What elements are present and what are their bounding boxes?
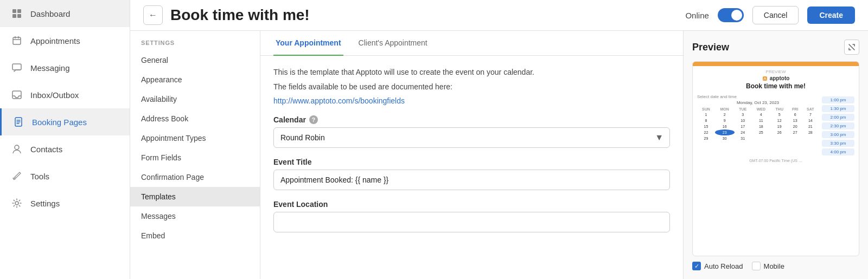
cal-day[interactable]: 6 [788,112,802,118]
online-toggle[interactable] [718,8,744,22]
sidebar-item-booking-pages[interactable]: Booking Pages [0,108,130,135]
calendar-group: Calendar ? Round Robin My Calendar Team … [273,115,670,148]
cal-day[interactable]: 29 [697,135,715,141]
sidebar-item-dashboard[interactable]: Dashboard [0,0,130,27]
event-location-label: Event Location [273,200,670,209]
svg-point-9 [15,202,18,205]
sidebar-item-settings[interactable]: Settings [0,190,130,217]
cal-day[interactable]: 5 [771,112,788,118]
cal-day[interactable]: 4 [751,112,771,118]
cal-day[interactable]: 15 [697,124,715,129]
cal-day[interactable]: 31 [735,135,751,141]
cal-day[interactable]: 26 [771,129,788,135]
create-button[interactable]: Create [807,7,855,24]
sidebar-item-tools[interactable]: Tools [0,163,130,190]
header-left: ← Book time with me! [143,5,310,25]
time-slot[interactable]: 2:30 pm [822,122,854,129]
event-location-input[interactable] [273,212,670,232]
info-text-line1: This is the template that Apptoto will u… [273,67,670,78]
day-header: FRI [788,107,802,112]
mobile-checkbox[interactable] [752,262,761,270]
auto-reload-checkbox[interactable]: ✓ [692,262,701,270]
preview-apptoto-brand: apptoto [697,75,854,81]
booking-fields-link[interactable]: http://www.apptoto.com/s/bookingfields [273,96,405,105]
tab-clients-appointment[interactable]: Client's Appointment [356,31,430,56]
time-slot[interactable]: 1:00 pm [822,96,854,103]
cal-day[interactable]: 8 [697,118,715,124]
cal-day[interactable]: 22 [697,129,715,135]
cal-day-selected[interactable]: 23 [715,129,735,135]
auto-reload-wrapper: ✓ Auto Reload [692,262,743,270]
sidebar-item-label: Messaging [30,63,70,73]
cal-day[interactable]: 1 [697,112,715,118]
settings-item-confirmation-page[interactable]: Confirmation Page [130,167,260,187]
time-slot[interactable]: 1:30 pm [822,105,854,112]
preview-inner: PREVIEW apptoto Book time with me! Selec… [693,62,859,256]
cal-day[interactable]: 16 [715,124,735,129]
preview-expand-button[interactable] [844,40,859,55]
time-slot[interactable]: 3:30 pm [822,140,854,147]
preview-times-section: 1:00 pm 1:30 pm 2:00 pm 2:30 pm 3:00 pm … [822,94,854,155]
sidebar-item-label: Settings [30,199,60,208]
preview-frame: PREVIEW apptoto Book time with me! Selec… [692,61,859,256]
settings-item-availability[interactable]: Availability [130,89,260,109]
cal-day[interactable]: 24 [735,129,751,135]
time-slot[interactable]: 2:00 pm [822,114,854,121]
main-content: ← Book time with me! Online Cancel Creat… [130,0,868,279]
preview-orange-bar [693,62,859,66]
cal-day[interactable]: 18 [751,124,771,129]
settings-item-embed[interactable]: Embed [130,226,260,245]
sidebar-item-inbox[interactable]: Inbox/Outbox [0,81,130,108]
settings-item-form-fields[interactable]: Form Fields [130,148,260,167]
cal-day[interactable]: 20 [788,124,802,129]
cal-day[interactable]: 2 [715,112,735,118]
cal-day[interactable]: 19 [771,124,788,129]
event-title-input[interactable] [273,170,670,190]
cancel-button[interactable]: Cancel [752,6,799,24]
sidebar-item-messaging[interactable]: Messaging [0,54,130,81]
settings-item-address-book[interactable]: Address Book [130,109,260,128]
settings-section-label: SETTINGS [130,40,260,50]
time-slot[interactable]: 3:00 pm [822,131,854,138]
cal-day[interactable]: 7 [802,112,819,118]
preview-time-slots: 1:00 pm 1:30 pm 2:00 pm 2:30 pm 3:00 pm … [822,96,854,155]
preview-timezone-text: GMT-07:00 Pacific Time (US … [697,159,854,163]
cal-day[interactable]: 3 [735,112,751,118]
preview-calendar-table: SUN MON TUE WED THU FRI SAT 1234567 8910… [697,107,819,141]
preview-label: PREVIEW [697,69,854,74]
main-sidebar: Dashboard Appointments Messaging Inbox/O… [0,0,130,279]
sidebar-item-contacts[interactable]: Contacts [0,135,130,163]
settings-item-appointment-types[interactable]: Appointment Types [130,128,260,148]
mobile-wrapper: Mobile [752,262,784,270]
settings-item-appearance[interactable]: Appearance [130,70,260,89]
cal-day[interactable]: 10 [735,118,751,124]
tab-your-appointment[interactable]: Your Appointment [273,31,343,56]
settings-item-templates[interactable]: Templates [130,187,260,206]
day-header: WED [751,107,771,112]
cal-day[interactable]: 9 [715,118,735,124]
cal-day[interactable]: 14 [802,118,819,124]
toggle-thumb [731,10,742,21]
page-title: Book time with me! [170,7,310,24]
settings-item-messages[interactable]: Messages [130,206,260,226]
cal-day[interactable]: 30 [715,135,735,141]
cal-day[interactable]: 21 [802,124,819,129]
time-slot[interactable]: 4:00 pm [822,148,854,155]
event-title-label: Event Title [273,158,670,166]
cal-day[interactable]: 12 [771,118,788,124]
cal-day[interactable]: 11 [751,118,771,124]
cal-day[interactable]: 28 [802,129,819,135]
cal-day[interactable]: 17 [735,124,751,129]
calendar-select-wrapper: Round Robin My Calendar Team Calendar ▼ [273,127,670,148]
calendar-help-icon[interactable]: ? [309,115,318,124]
cal-day[interactable]: 27 [788,129,802,135]
svg-rect-2 [12,14,16,18]
calendar-select[interactable]: Round Robin My Calendar Team Calendar [273,127,670,148]
settings-item-general[interactable]: General [130,50,260,70]
checkbox-checkmark: ✓ [694,263,699,269]
day-header: SUN [697,107,715,112]
sidebar-item-appointments[interactable]: Appointments [0,27,130,54]
cal-day[interactable]: 25 [751,129,771,135]
back-button[interactable]: ← [143,5,163,25]
cal-day[interactable]: 13 [788,118,802,124]
